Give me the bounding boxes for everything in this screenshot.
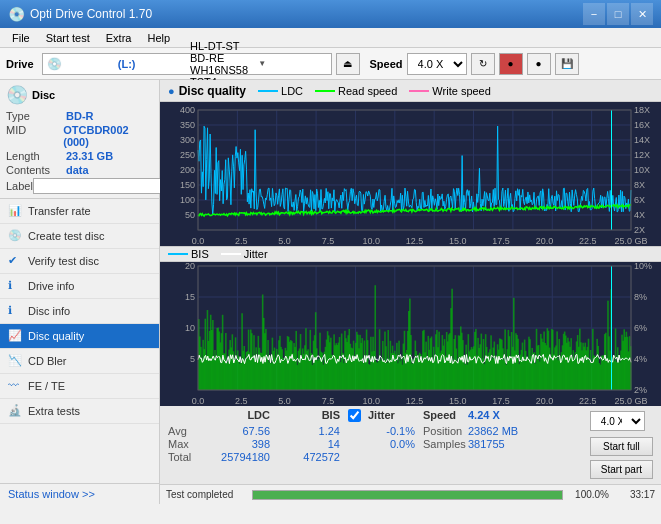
disc-section-title: Disc <box>32 89 55 101</box>
maximize-button[interactable]: □ <box>607 3 629 25</box>
eject-button[interactable]: ⏏ <box>336 53 360 75</box>
bottom-chart-container <box>160 262 661 406</box>
disc-label-input[interactable] <box>33 178 166 194</box>
window-controls: − □ ✕ <box>583 3 653 25</box>
disc-quality-icon: 📈 <box>8 329 22 343</box>
nav-create-test-disc[interactable]: 💿 Create test disc <box>0 224 159 249</box>
menu-help[interactable]: Help <box>139 30 178 46</box>
progress-percent: 100.0% <box>569 489 609 500</box>
stats-max-row: Max 398 14 0.0% Samples 381755 <box>168 438 582 450</box>
stats-max-label: Max <box>168 438 208 450</box>
nav-extra-tests[interactable]: 🔬 Extra tests <box>0 399 159 424</box>
stats-ldc-header: LDC <box>208 409 278 424</box>
chart-header: ● Disc quality LDC Read speed Write spee… <box>160 80 661 102</box>
close-button[interactable]: ✕ <box>631 3 653 25</box>
right-actions: 4.0 X Start full Start part <box>582 409 653 481</box>
status-window-button[interactable]: Status window >> <box>0 483 159 504</box>
jitter-color-dot <box>221 253 241 255</box>
left-panel: 💿 Disc Type BD-R MID OTCBDR002 (000) Len… <box>0 80 160 504</box>
stats-total-ldc: 25794180 <box>208 451 278 463</box>
drive-label: Drive <box>6 58 34 70</box>
nav-cd-bler-label: CD Bler <box>28 355 67 367</box>
chart-header-icon: ● <box>168 85 175 97</box>
speed-select[interactable]: 4.0 X 2.0 X 1.0 X <box>407 53 467 75</box>
menu-start-test[interactable]: Start test <box>38 30 98 46</box>
drive-info-icon: ℹ <box>8 279 22 293</box>
drive-selector[interactable]: 💿 (L:) HL-DT-ST BD-RE WH16NS58 TST4 ▼ <box>42 53 332 75</box>
jitter-checkbox-container <box>348 409 368 424</box>
jitter-checkbox[interactable] <box>348 409 361 422</box>
menu-file[interactable]: File <box>4 30 38 46</box>
stats-speed-select[interactable]: 4.0 X <box>590 411 645 431</box>
extra-tests-icon: 🔬 <box>8 404 22 418</box>
stats-samples-val: 381755 <box>468 438 523 450</box>
stats-max-bis: 14 <box>278 438 348 450</box>
toolbar-btn-1[interactable]: ● <box>499 53 523 75</box>
disc-mid-label: MID <box>6 124 63 148</box>
stats-avg-row: Avg 67.56 1.24 -0.1% Position 23862 MB <box>168 425 582 437</box>
stats-avg-ldc: 67.56 <box>208 425 278 437</box>
disc-type-row: Type BD-R <box>6 110 153 122</box>
nav-create-test-disc-label: Create test disc <box>28 230 104 242</box>
stats-actions: LDC BIS Jitter Speed 4.24 X Avg 67.56 1.… <box>160 405 661 484</box>
legend-ldc-label: LDC <box>281 85 303 97</box>
main-layout: 💿 Disc Type BD-R MID OTCBDR002 (000) Len… <box>0 80 661 504</box>
cd-bler-icon: 📉 <box>8 354 22 368</box>
stats-avg-label: Avg <box>168 425 208 437</box>
stats-col0-header <box>168 409 208 424</box>
stats-total-right-blank <box>423 451 468 463</box>
disc-mid-value: OTCBDR002 (000) <box>63 124 153 148</box>
stats-header-row: LDC BIS Jitter Speed 4.24 X <box>168 409 582 424</box>
nav-cd-bler[interactable]: 📉 CD Bler <box>0 349 159 374</box>
stats-max-jitter: 0.0% <box>368 438 423 450</box>
disc-section: 💿 Disc Type BD-R MID OTCBDR002 (000) Len… <box>0 80 159 199</box>
disc-type-value: BD-R <box>66 110 94 122</box>
bis-color-dot <box>168 253 188 255</box>
stats-samples-label: Samples <box>423 438 468 450</box>
speed-select-row: 4.0 X <box>590 411 653 431</box>
disc-contents-value: data <box>66 164 89 176</box>
read-color-dot <box>315 90 335 92</box>
nav-disc-quality-label: Disc quality <box>28 330 84 342</box>
nav-verify-test-disc[interactable]: ✔ Verify test disc <box>0 249 159 274</box>
menu-extra[interactable]: Extra <box>98 30 140 46</box>
disc-info-icon: ℹ <box>8 304 22 318</box>
stats-total-blank <box>348 451 368 463</box>
disc-section-icon: 💿 <box>6 84 28 106</box>
progress-bar <box>252 490 563 500</box>
nav-disc-quality[interactable]: 📈 Disc quality <box>0 324 159 349</box>
titlebar: 💿 Opti Drive Control 1.70 − □ ✕ <box>0 0 661 28</box>
stats-speed-pos-label: Position <box>423 425 468 437</box>
nav-disc-info[interactable]: ℹ Disc info <box>0 299 159 324</box>
start-part-button[interactable]: Start part <box>590 460 653 479</box>
start-full-button[interactable]: Start full <box>590 437 653 456</box>
nav-transfer-rate-label: Transfer rate <box>28 205 91 217</box>
verify-test-disc-icon: ✔ <box>8 254 22 268</box>
nav-fe-te[interactable]: 〰 FE / TE <box>0 374 159 399</box>
stats-total-jitter-blank <box>368 451 423 463</box>
nav-fe-te-label: FE / TE <box>28 380 65 392</box>
chart-title: Disc quality <box>179 84 246 98</box>
nav-drive-info[interactable]: ℹ Drive info <box>0 274 159 299</box>
nav-drive-info-label: Drive info <box>28 280 74 292</box>
stats-max-blank <box>348 438 368 450</box>
nav-section: 📊 Transfer rate 💿 Create test disc ✔ Ver… <box>0 199 159 483</box>
stats-table: LDC BIS Jitter Speed 4.24 X Avg 67.56 1.… <box>168 409 582 481</box>
elapsed-time: 33:17 <box>615 489 655 500</box>
app-title: Opti Drive Control 1.70 <box>30 7 583 21</box>
app-icon: 💿 <box>8 6 24 22</box>
refresh-button[interactable]: ↻ <box>471 53 495 75</box>
save-button[interactable]: 💾 <box>555 53 579 75</box>
legend-read-label: Read speed <box>338 85 397 97</box>
menubar: File Start test Extra Help <box>0 28 661 48</box>
minimize-button[interactable]: − <box>583 3 605 25</box>
stats-speed-header: Speed <box>423 409 468 424</box>
legend-write: Write speed <box>409 85 491 97</box>
toolbar-btn-2[interactable]: ● <box>527 53 551 75</box>
create-test-disc-icon: 💿 <box>8 229 22 243</box>
stats-position-val: 23862 MB <box>468 425 523 437</box>
disc-label-row: Label ⚙ <box>6 178 153 194</box>
toolbar: Drive 💿 (L:) HL-DT-ST BD-RE WH16NS58 TST… <box>0 48 661 80</box>
nav-transfer-rate[interactable]: 📊 Transfer rate <box>0 199 159 224</box>
disc-contents-label: Contents <box>6 164 66 176</box>
